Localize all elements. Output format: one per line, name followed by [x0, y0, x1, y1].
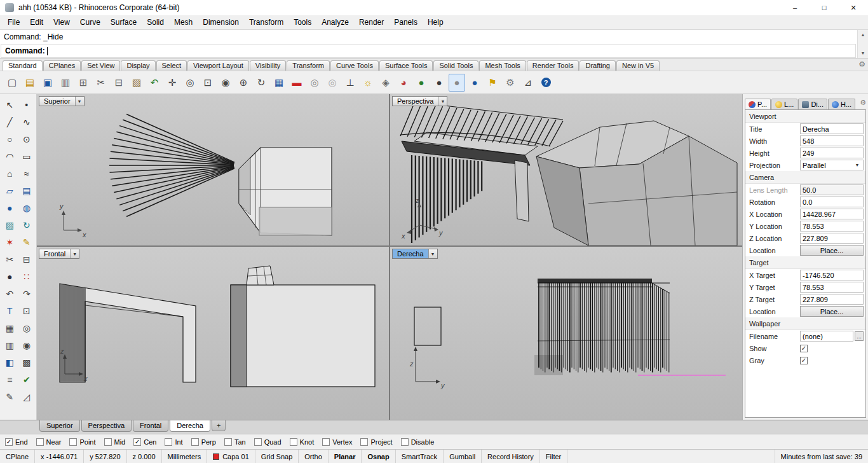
text-icon[interactable]: T — [1, 303, 18, 319]
toolbar-tab-curve-tools[interactable]: Curve Tools — [330, 60, 379, 71]
osnap-vertex-checkbox[interactable] — [322, 438, 330, 446]
shaded-viewport-icon[interactable]: ● — [413, 74, 430, 92]
toolbar-tab-solid-tools[interactable]: Solid Tools — [433, 60, 478, 71]
osnap-mid[interactable]: Mid — [104, 438, 126, 446]
osnap-cen[interactable]: ✓Cen — [133, 438, 156, 446]
viewport-superior[interactable]: y x Superior ▼ — [37, 94, 389, 245]
command-scrollbar[interactable]: ▲ ▼ — [857, 30, 868, 58]
status-grid-snap[interactable]: Grid Snap — [255, 450, 299, 463]
toolbar-tab-set-view[interactable]: Set View — [81, 60, 120, 71]
osnap-end-label[interactable]: End — [15, 438, 28, 446]
cplane-axis-icon[interactable]: ⊿ — [520, 74, 536, 92]
viewport-perspectiva[interactable]: z y x Perspectiva ▼ — [390, 94, 742, 245]
rendered-viewport-icon[interactable]: ● — [449, 74, 465, 92]
status-ortho[interactable]: Ortho — [299, 450, 329, 463]
viewport-derecha[interactable]: z y Derecha ▼ — [390, 247, 742, 420]
viewport-tab-add[interactable]: + — [212, 420, 226, 431]
osnap-point-label[interactable]: Point — [79, 438, 95, 446]
status-planar[interactable]: Planar — [329, 450, 362, 463]
loft-icon[interactable]: ▤ — [18, 183, 36, 199]
osnap-knot-checkbox[interactable] — [290, 438, 297, 446]
prop-value-width[interactable]: 548 — [800, 135, 864, 146]
paint-icon[interactable]: ◧ — [1, 354, 18, 371]
zoom-window-icon[interactable]: ⊡ — [200, 74, 216, 92]
curve-end-icon[interactable]: ↷ — [18, 286, 36, 302]
light-icon[interactable]: ☼ — [360, 74, 376, 92]
viewport-title-superior[interactable]: Superior ▼ — [39, 96, 85, 106]
prop-value-y-location[interactable]: 78.553 — [800, 221, 864, 232]
status-capa-01[interactable]: Capa 01 — [207, 450, 255, 463]
menu-surface[interactable]: Surface — [105, 16, 142, 29]
panel-tab-layers[interactable]: L... — [771, 99, 797, 109]
revolve-icon[interactable]: ↻ — [18, 217, 36, 233]
trim-icon[interactable]: ✂ — [1, 251, 18, 268]
viewport-title-frontal[interactable]: Frontal ▼ — [39, 249, 79, 259]
open-file-icon[interactable]: ▤ — [22, 74, 38, 92]
point-icon[interactable]: • — [18, 97, 36, 113]
status-gumball[interactable]: Gumball — [444, 450, 482, 463]
osnap-perp[interactable]: Perp — [191, 438, 216, 446]
viewport-layout-icon[interactable]: ▦ — [271, 74, 287, 92]
status-smarttrack[interactable]: SmartTrack — [396, 450, 444, 463]
wireframe-sphere-icon[interactable]: ● — [431, 74, 447, 92]
menu-solid[interactable]: Solid — [142, 16, 169, 29]
location-place-button[interactable]: Place... — [800, 306, 864, 317]
zoom-in-icon[interactable]: ◎ — [306, 74, 323, 92]
maximize-button[interactable]: □ — [810, 0, 839, 15]
rectangle-icon[interactable]: ▭ — [18, 148, 36, 165]
snapshot-flag-icon[interactable]: ⚑ — [484, 74, 501, 92]
check-icon[interactable]: ✔ — [18, 371, 36, 388]
lock-icon[interactable]: ◈ — [377, 74, 394, 92]
options-gear-icon[interactable]: ⚙ — [502, 74, 519, 92]
help-icon[interactable]: ? — [538, 74, 554, 92]
split-icon[interactable]: ⊟ — [18, 251, 36, 268]
rotate-view-icon[interactable]: ↻ — [253, 74, 269, 92]
polygon-icon[interactable]: ⌂ — [1, 165, 18, 182]
viewport-tab-perspectiva[interactable]: Perspectiva — [81, 420, 132, 432]
menu-analyze[interactable]: Analyze — [316, 16, 354, 29]
projection-dropdown-icon[interactable]: ▼ — [853, 163, 861, 167]
save-icon[interactable]: ▣ — [39, 74, 56, 92]
toolbar-tab-cplanes[interactable]: CPlanes — [43, 60, 81, 71]
viewport-title-perspectiva[interactable]: Perspectiva ▼ — [392, 96, 447, 106]
prop-value-filename[interactable]: (none) — [800, 331, 853, 342]
status-cplane[interactable]: CPlane — [0, 450, 35, 463]
prop-value-title[interactable]: Derecha — [800, 123, 864, 134]
dark-sphere-icon[interactable]: ● — [1, 268, 18, 285]
viewport-tab-derecha[interactable]: Derecha — [170, 420, 210, 432]
status-filter[interactable]: Filter — [540, 450, 567, 463]
viewport-title-dropdown-icon[interactable]: ▼ — [75, 97, 84, 106]
render-car-icon[interactable]: ▬ — [288, 74, 305, 92]
copy-picture-icon[interactable]: ⊞ — [75, 74, 92, 92]
edit-point-icon[interactable]: ⊡ — [18, 303, 36, 319]
toolbar-tab-visibility[interactable]: Visibility — [250, 60, 287, 71]
command-history[interactable]: Command: _Hide — [0, 30, 857, 44]
toolbar-tab-display[interactable]: Display — [121, 60, 155, 71]
osnap-knot[interactable]: Knot — [290, 438, 315, 446]
toolbar-tab-drafting[interactable]: Drafting — [580, 60, 616, 71]
close-button[interactable]: ✕ — [839, 0, 868, 15]
menu-view[interactable]: View — [48, 16, 75, 29]
osnap-tan-checkbox[interactable] — [224, 438, 232, 446]
viewport-frontal[interactable]: z x Frontal ▼ — [37, 247, 389, 420]
toolbar-tab-surface-tools[interactable]: Surface Tools — [379, 60, 433, 71]
prop-value-z-location[interactable]: 227.809 — [800, 233, 864, 244]
panel-tab-properties[interactable]: P... — [745, 99, 771, 109]
osnap-quad[interactable]: Quad — [254, 438, 281, 446]
viewport-tab-superior[interactable]: Superior — [39, 420, 80, 432]
menu-help[interactable]: Help — [423, 16, 449, 29]
location-place-button[interactable]: Place... — [800, 245, 864, 256]
surface-plane-icon[interactable]: ▱ — [1, 183, 18, 199]
osnap-disable-label[interactable]: Disable — [411, 438, 435, 446]
viewport-title-dropdown-icon[interactable]: ▼ — [428, 249, 437, 258]
osnap-perp-checkbox[interactable] — [191, 438, 199, 446]
osnap-quad-label[interactable]: Quad — [264, 438, 281, 446]
prop-value-y-target[interactable]: 78.553 — [800, 282, 864, 293]
paste-icon[interactable]: ▨ — [128, 74, 145, 92]
osnap-perp-label[interactable]: Perp — [201, 438, 216, 446]
viewport-tab-frontal[interactable]: Frontal — [133, 420, 168, 432]
osnap-project[interactable]: Project — [360, 438, 392, 446]
pan-icon[interactable]: ✛ — [164, 74, 180, 92]
scroll-down-icon[interactable]: ▼ — [858, 48, 868, 58]
osnap-int-checkbox[interactable] — [165, 438, 172, 446]
